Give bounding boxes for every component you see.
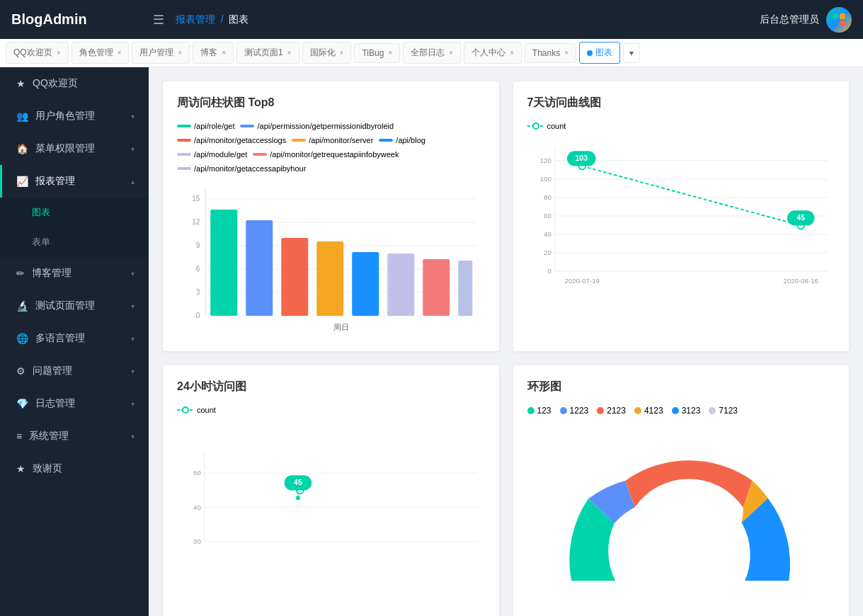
tab-blog-close[interactable]: × <box>222 49 226 57</box>
sidebar-item-system-left: ≡ 系统管理 <box>16 430 69 443</box>
bottom-charts-grid: 24小时访问图 count <box>163 365 849 616</box>
tab-test-close[interactable]: × <box>287 49 292 57</box>
donut-legend-1223: 1223 <box>560 406 589 416</box>
sidebar-item-blog-label: 博客管理 <box>32 267 72 280</box>
bar-6 <box>387 253 414 316</box>
svg-text:40: 40 <box>193 503 201 511</box>
tab-profile-close[interactable]: × <box>510 49 514 57</box>
sidebar-sub-chart[interactable]: 图表 <box>0 198 149 227</box>
tab-chart[interactable]: 图表 <box>579 42 620 64</box>
test-icon: 🔬 <box>16 300 28 312</box>
tab-chart-label: 图表 <box>595 47 612 59</box>
tab-logs[interactable]: 全部日志 × <box>403 42 461 64</box>
bar-1 <box>210 210 237 316</box>
tab-tibug-close[interactable]: × <box>388 49 392 57</box>
chevron-up-icon: ▴ <box>131 178 135 186</box>
sidebar-item-log-left: 💎 日志管理 <box>16 397 75 410</box>
svg-point-39 <box>183 407 188 413</box>
svg-text:3: 3 <box>196 288 200 296</box>
chevron-down-icon-5: ▾ <box>131 335 135 343</box>
tab-thanks[interactable]: Thanks × <box>525 43 576 63</box>
sidebar-item-report-label: 报表管理 <box>35 175 75 188</box>
tab-tibug[interactable]: TiBug × <box>354 43 400 63</box>
donut-seg-3 <box>625 460 752 508</box>
tab-test[interactable]: 测试页面1 × <box>236 42 299 64</box>
tab-qq[interactable]: QQ欢迎页 × <box>6 42 69 64</box>
tab-profile-label: 个人中心 <box>471 47 505 59</box>
tab-profile[interactable]: 个人中心 × <box>464 42 522 64</box>
header: BlogAdmin ☰ 报表管理 / 图表 后台总管理员 <box>0 0 863 39</box>
svg-point-16 <box>533 123 539 129</box>
sidebar-item-thanks[interactable]: ★ 致谢页 <box>0 452 149 485</box>
avatar-dots <box>833 13 845 26</box>
hamburger-icon[interactable]: ☰ <box>153 12 164 28</box>
tab-i18n[interactable]: 国际化 × <box>302 42 352 64</box>
tab-test-label: 测试页面1 <box>244 47 283 59</box>
line-chart-7day-title: 7天访问曲线图 <box>527 96 835 110</box>
tab-i18n-close[interactable]: × <box>340 49 344 57</box>
sidebar-item-report[interactable]: 📈 报表管理 ▴ <box>0 165 149 198</box>
tab-thanks-label: Thanks <box>532 48 560 58</box>
sidebar-item-user-role[interactable]: 👥 用户角色管理 ▾ <box>0 100 149 132</box>
donut-dot-5 <box>672 407 679 414</box>
sidebar-sub-form[interactable]: 表单 <box>0 227 149 257</box>
breadcrumb-parent[interactable]: 报表管理 <box>176 13 215 25</box>
chevron-down-icon-3: ▾ <box>131 270 135 278</box>
line-24h-svg: 30 40 50 45 <box>177 423 485 578</box>
svg-text:2020-07-19: 2020-07-19 <box>564 277 599 285</box>
tab-user[interactable]: 用户管理 × <box>132 42 190 64</box>
legend-label-2: /api/permission/getpermissionidbyroleid <box>257 122 394 130</box>
chevron-down-icon: ▾ <box>131 113 135 120</box>
sidebar-item-thanks-left: ★ 致谢页 <box>16 462 62 475</box>
sidebar-item-lang-label: 多语言管理 <box>35 332 85 345</box>
bar-chart-card: 周访问柱状图 Top8 /api/role/get /api/permissio… <box>163 81 499 351</box>
main-layout: ★ QQ欢迎页 👥 用户角色管理 ▾ 🏠 菜单权限管理 ▾ 📈 报表管理 ▴ <box>0 67 863 616</box>
donut-label-2: 1223 <box>570 406 589 416</box>
donut-dot-2 <box>560 407 567 414</box>
tab-role-close[interactable]: × <box>118 49 122 57</box>
donut-label-4: 4123 <box>644 406 663 416</box>
tab-qq-close[interactable]: × <box>57 49 61 57</box>
legend-item-5: /api/blog <box>379 136 425 144</box>
legend-label-3: /api/monitor/getaccesslogs <box>194 136 286 144</box>
header-center: ☰ 报表管理 / 图表 <box>153 12 760 28</box>
tab-blog[interactable]: 博客 × <box>193 42 234 64</box>
donut-label-5: 3123 <box>682 406 701 416</box>
sidebar-item-log[interactable]: 💎 日志管理 ▾ <box>0 387 149 420</box>
sidebar-item-lang-left: 🌐 多语言管理 <box>16 332 85 345</box>
sidebar-item-testpage[interactable]: 🔬 测试页面管理 ▾ <box>0 290 149 322</box>
tab-bar: QQ欢迎页 × 角色管理 × 用户管理 × 博客 × 测试页面1 × 国际化 ×… <box>0 39 863 67</box>
chevron-down-icon-8: ▾ <box>131 433 135 440</box>
sidebar-item-log-label: 日志管理 <box>35 397 75 410</box>
legend-color-7 <box>253 153 267 156</box>
legend-color-1 <box>177 125 191 127</box>
tab-user-close[interactable]: × <box>178 49 182 57</box>
sidebar-item-lang[interactable]: 🌐 多语言管理 ▾ <box>0 322 149 355</box>
tab-role[interactable]: 角色管理 × <box>72 42 130 64</box>
donut-legend-2123: 2123 <box>597 406 626 416</box>
tab-logs-close[interactable]: × <box>449 49 453 57</box>
sidebar-item-issue[interactable]: ⚙ 问题管理 ▾ <box>0 355 149 387</box>
tab-role-label: 角色管理 <box>79 47 113 59</box>
sidebar-item-qq-left: ★ QQ欢迎页 <box>16 77 78 90</box>
sidebar-item-blog[interactable]: ✏ 博客管理 ▾ <box>0 257 149 290</box>
line-24h-legend-item: count <box>177 406 216 414</box>
stem-dot <box>296 496 300 500</box>
sidebar-item-menu[interactable]: 🏠 菜单权限管理 ▾ <box>0 132 149 165</box>
sidebar-item-qq[interactable]: ★ QQ欢迎页 <box>0 67 149 100</box>
avatar-dot-2 <box>840 13 845 19</box>
sidebar-item-system[interactable]: ≡ 系统管理 ▾ <box>0 420 149 452</box>
globe-icon: 🌐 <box>16 333 28 344</box>
donut-label-6: 7123 <box>719 406 738 416</box>
sidebar-item-report-left: 📈 报表管理 <box>16 175 75 188</box>
sidebar-item-blog-left: ✏ 博客管理 <box>16 267 72 280</box>
tab-thanks-close[interactable]: × <box>564 49 568 57</box>
bar-8 <box>458 261 472 316</box>
line-24h-area: 30 40 50 45 <box>177 423 485 578</box>
line-7day-area: 0 20 40 60 80 100 120 103 <box>527 139 835 295</box>
svg-text:45: 45 <box>294 478 302 486</box>
svg-text:0: 0 <box>196 312 200 319</box>
tab-more-button[interactable]: ▾ <box>623 43 640 63</box>
bar-2 <box>246 220 273 316</box>
breadcrumb: 报表管理 / 图表 <box>176 13 248 26</box>
